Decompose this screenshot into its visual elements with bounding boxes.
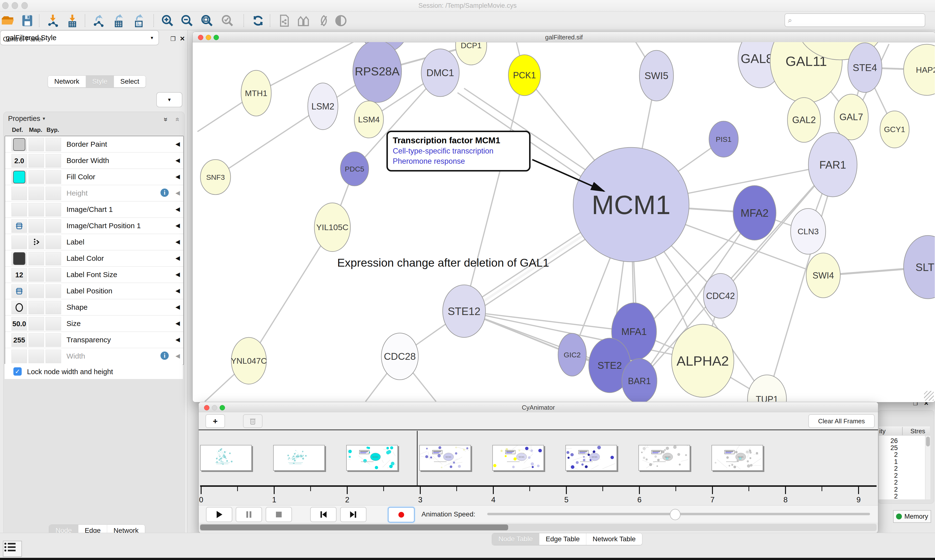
expand-arrow-icon[interactable]: ◀ xyxy=(176,271,180,278)
export-table-button[interactable] xyxy=(111,13,127,28)
property-row-image-chart-1[interactable]: Image/Chart 1◀ xyxy=(5,202,184,218)
property-cell[interactable] xyxy=(11,252,27,265)
property-cell[interactable] xyxy=(46,333,61,347)
timeline-frame-7[interactable]: MCM1 xyxy=(711,445,763,471)
property-cell[interactable] xyxy=(11,138,27,151)
default-value[interactable]: 50.0 xyxy=(12,320,26,328)
network-canvas[interactable]: DCP1RPS28ADMC1PCK1MTH1LSM2LSM4SNF3PDC5SW… xyxy=(193,42,935,402)
skip-end-button[interactable] xyxy=(340,507,366,522)
property-cell[interactable] xyxy=(11,186,27,200)
property-cell[interactable] xyxy=(28,252,44,265)
network-node-gal2[interactable]: GAL2 xyxy=(787,98,821,142)
property-cell[interactable] xyxy=(46,268,61,282)
tab-style[interactable]: Style xyxy=(86,75,114,87)
table-cell[interactable]: 26 xyxy=(890,437,898,445)
table-cell[interactable]: 2 xyxy=(894,451,898,458)
zoom-fit-button[interactable] xyxy=(199,13,215,28)
property-row-label-font-size[interactable]: 12Label Font Size◀ xyxy=(5,267,184,283)
property-cell[interactable] xyxy=(28,268,44,282)
first-neighbors-button[interactable] xyxy=(296,13,311,28)
network-node-ste12[interactable]: STE12 xyxy=(443,285,486,337)
network-node-gal7[interactable]: GAL7 xyxy=(834,94,868,140)
network-node-mcm1[interactable]: MCM1 xyxy=(573,148,689,262)
property-cell[interactable] xyxy=(28,333,44,347)
expand-arrow-icon[interactable]: ◀ xyxy=(176,141,180,148)
playhead[interactable] xyxy=(417,431,418,486)
color-swatch[interactable] xyxy=(13,252,25,265)
cyanimator-titlebar[interactable]: CyAnimator xyxy=(199,402,878,412)
property-cell[interactable] xyxy=(46,252,61,265)
property-row-label[interactable]: Label◀ xyxy=(5,234,184,250)
property-row-label-position[interactable]: Label Position◀ xyxy=(5,283,184,299)
property-cell[interactable] xyxy=(28,203,44,217)
table-cell[interactable]: 2 xyxy=(894,465,898,472)
zoom-out-button[interactable] xyxy=(179,13,195,28)
property-cell[interactable] xyxy=(28,349,44,363)
lock-checkbox[interactable]: ✓ xyxy=(13,367,22,375)
property-row-border-paint[interactable]: Border Paint◀ xyxy=(5,136,184,152)
property-row-shape[interactable]: Shape◀ xyxy=(5,299,184,315)
expand-arrow-icon[interactable]: ◀ xyxy=(176,352,180,359)
default-value[interactable]: 2.0 xyxy=(14,157,24,165)
save-session-button[interactable] xyxy=(20,13,35,28)
info-icon[interactable]: i xyxy=(160,189,169,197)
timeline[interactable]: Seconds 0123456789MCM1MCM1MCM1MCM1MCM1MC… xyxy=(199,430,878,505)
property-cell[interactable] xyxy=(28,154,44,168)
table-cell[interactable]: 2 xyxy=(894,479,898,486)
network-node-bar1[interactable]: BAR1 xyxy=(622,358,657,402)
property-cell[interactable] xyxy=(11,285,27,298)
property-cell[interactable] xyxy=(28,170,44,184)
table-cell[interactable]: 25 xyxy=(890,444,898,452)
expand-arrow-icon[interactable]: ◀ xyxy=(176,222,180,229)
annotation-link[interactable]: Cell-type-specific transcription xyxy=(393,147,524,155)
hide-details-button[interactable] xyxy=(316,13,332,28)
property-row-label-color[interactable]: Label Color◀ xyxy=(5,250,184,267)
property-row-fill-color[interactable]: Fill Color◀ xyxy=(5,169,184,185)
table-cell[interactable]: 2 xyxy=(894,492,898,500)
open-session-button[interactable] xyxy=(0,13,15,28)
expand-arrow-icon[interactable]: ◀ xyxy=(176,173,180,180)
network-node-slt2[interactable]: SLT2 xyxy=(904,235,935,299)
property-cell[interactable] xyxy=(46,138,61,151)
network-node-pck1[interactable]: PCK1 xyxy=(508,55,540,95)
properties-header[interactable]: Properties ▾ » » xyxy=(4,112,184,125)
show-details-button[interactable] xyxy=(333,13,349,28)
timeline-frame-1[interactable] xyxy=(273,445,325,471)
network-node-far1[interactable]: FAR1 xyxy=(808,132,857,197)
clear-all-frames-button[interactable]: Clear All Frames xyxy=(808,414,875,428)
network-node-alpha2[interactable]: ALPHA2 xyxy=(671,324,734,397)
refresh-button[interactable] xyxy=(250,13,266,28)
network-edge[interactable] xyxy=(249,227,332,361)
export-network-button[interactable] xyxy=(91,13,106,28)
zoom-selected-button[interactable] xyxy=(220,13,235,28)
property-cell[interactable]: 2.0 xyxy=(11,154,27,168)
property-cell[interactable]: 12 xyxy=(11,268,27,282)
table-cell[interactable]: 1 xyxy=(894,458,898,466)
style-menu-button[interactable]: ▾ xyxy=(156,92,182,107)
expand-all-icon[interactable]: » xyxy=(162,117,170,122)
panel-list-button[interactable] xyxy=(3,541,22,557)
property-cell[interactable]: 50.0 xyxy=(11,317,27,331)
timeline-frame-2[interactable]: MCM1 xyxy=(346,445,398,471)
expand-arrow-icon[interactable]: ◀ xyxy=(176,255,180,262)
network-node-cdc42[interactable]: CDC42 xyxy=(704,274,738,318)
network-node-lsm2[interactable]: LSM2 xyxy=(308,83,338,130)
timeline-frame-4[interactable]: MCM1 xyxy=(492,445,544,471)
property-cell[interactable] xyxy=(28,301,44,314)
delete-frame-button[interactable] xyxy=(243,414,262,428)
search-field[interactable]: ⌕ xyxy=(785,13,925,27)
network-node-dmc1[interactable]: DMC1 xyxy=(421,49,459,97)
property-cell[interactable] xyxy=(11,235,27,249)
network-node-swi5[interactable]: SWI5 xyxy=(639,50,673,101)
timeline-frame-0[interactable] xyxy=(200,445,252,471)
network-node-rps28a[interactable]: RPS28A xyxy=(353,42,401,102)
network-node-swi4[interactable]: SWI4 xyxy=(806,253,840,298)
network-node-gic2[interactable]: GIC2 xyxy=(558,333,586,376)
tab-edge-table[interactable]: Edge Table xyxy=(539,533,586,545)
property-cell[interactable] xyxy=(28,317,44,331)
speed-slider[interactable] xyxy=(487,513,870,515)
property-cell[interactable] xyxy=(28,186,44,200)
property-cell[interactable] xyxy=(28,235,44,249)
record-button[interactable] xyxy=(388,507,415,523)
property-cell[interactable] xyxy=(11,170,27,184)
